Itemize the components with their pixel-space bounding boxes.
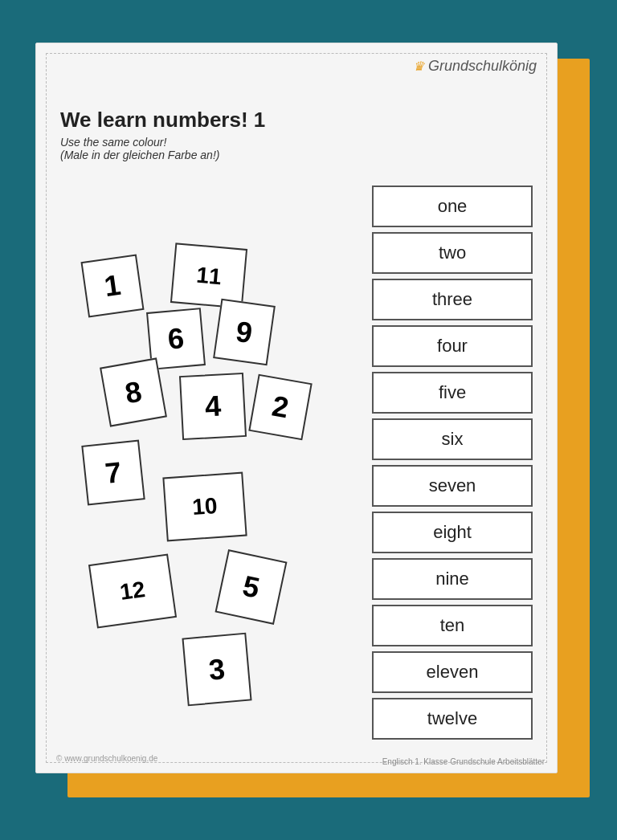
- number-tile: 2: [248, 374, 312, 441]
- number-tile: 8: [100, 357, 167, 426]
- word-box: two: [372, 232, 533, 274]
- worksheet: ♛ Grundschulkönig We learn numbers! 1 Us…: [35, 43, 558, 773]
- worksheet-title: We learn numbers! 1: [60, 108, 533, 133]
- number-tile: 5: [215, 549, 288, 625]
- word-box: twelve: [372, 698, 533, 740]
- numbers-section: 111698427101253: [60, 177, 356, 740]
- crown-icon: ♛: [413, 59, 424, 74]
- number-tile: 3: [182, 633, 251, 707]
- footer-url: © www.grundschulkoenig.de: [56, 754, 157, 763]
- word-box: three: [372, 279, 533, 320]
- number-tile: 7: [81, 439, 145, 505]
- word-box: seven: [372, 465, 533, 507]
- page-wrapper: ♛ Grundschulkönig We learn numbers! 1 Us…: [35, 43, 582, 797]
- number-tile: 11: [170, 243, 247, 309]
- worksheet-subtitle2: (Male in der gleichen Farbe an!): [60, 149, 533, 161]
- number-tile: 10: [162, 472, 247, 542]
- number-tile: 9: [213, 299, 276, 366]
- word-box: ten: [372, 605, 533, 646]
- word-box: five: [372, 372, 533, 414]
- number-tile: 12: [88, 553, 177, 628]
- footer-label: Englisch 1. Klasse Grundschule Arbeitsbl…: [382, 757, 545, 766]
- word-box: six: [372, 418, 533, 460]
- word-box: eight: [372, 512, 533, 553]
- word-box: nine: [372, 558, 533, 600]
- worksheet-subtitle: Use the same colour!: [60, 136, 533, 149]
- number-tile: 4: [179, 373, 247, 440]
- word-box: eleven: [372, 651, 533, 693]
- word-box: four: [372, 325, 533, 367]
- words-section: onetwothreefourfivesixseveneightninetene…: [372, 186, 533, 740]
- word-box: one: [372, 186, 533, 227]
- number-tile: 1: [80, 254, 144, 317]
- content-area: 111698427101253 onetwothreefourfivesixse…: [60, 177, 533, 740]
- brand-logo: ♛ Grundschulkönig: [413, 58, 537, 75]
- brand-name: Grundschulkönig: [428, 58, 537, 75]
